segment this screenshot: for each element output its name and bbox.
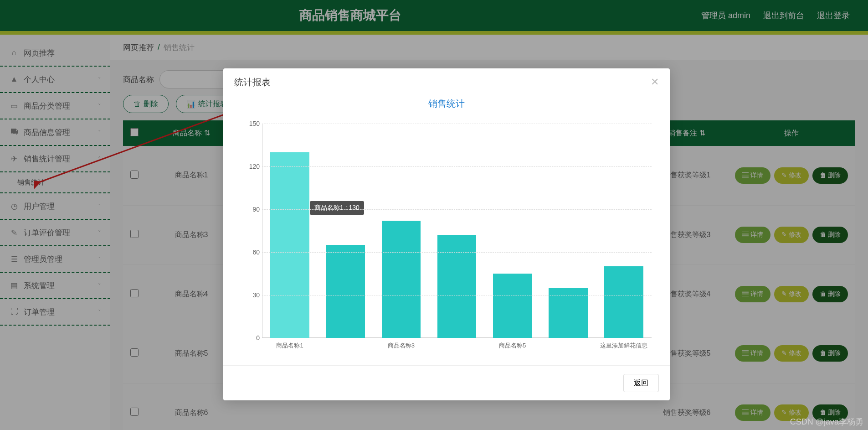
x-label: 商品名称1 <box>276 342 303 350</box>
chart-title: 销售统计 <box>223 98 670 110</box>
bar[interactable] <box>382 221 421 338</box>
y-tick: 0 <box>256 334 260 342</box>
y-tick: 150 <box>249 120 260 127</box>
bar[interactable] <box>437 235 476 338</box>
modal-title: 统计报表 <box>234 76 271 88</box>
watermark: CSDN @java李杨勇 <box>790 416 863 427</box>
bar[interactable] <box>493 274 532 338</box>
bar[interactable] <box>326 245 365 338</box>
bar[interactable] <box>604 266 643 338</box>
y-tick: 120 <box>249 163 260 170</box>
chart-tooltip: 商品名称1 : 130 <box>310 201 364 215</box>
y-tick: 60 <box>252 249 260 256</box>
y-tick: 90 <box>252 206 260 213</box>
close-icon[interactable]: ✕ <box>651 76 659 88</box>
bar-chart: 商品名称1商品名称3商品名称5这里添加鲜花信息 商品名称1 : 130 0306… <box>237 114 656 365</box>
x-label: 这里添加鲜花信息 <box>600 342 647 350</box>
report-modal: 统计报表 ✕ 销售统计 商品名称1商品名称3商品名称5这里添加鲜花信息 商品名称… <box>223 68 670 400</box>
x-label: 商品名称5 <box>499 342 526 350</box>
y-tick: 30 <box>252 291 260 299</box>
bar[interactable] <box>270 152 309 338</box>
back-button[interactable]: 返回 <box>623 374 659 392</box>
x-label: 商品名称3 <box>388 342 415 350</box>
